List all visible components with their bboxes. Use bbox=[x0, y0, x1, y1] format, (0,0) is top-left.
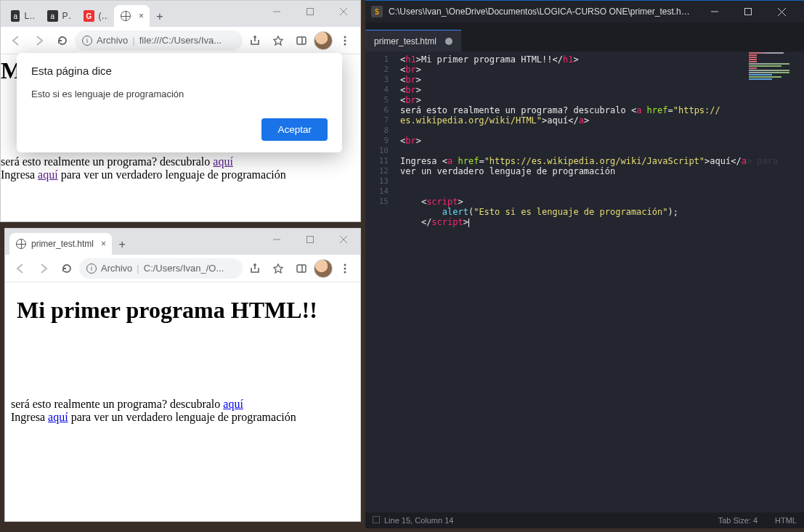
bookmark-button[interactable] bbox=[267, 258, 289, 279]
text: Ingresa bbox=[11, 411, 48, 423]
address-bar[interactable]: i Archivo | file:///C:/Users/Iva... bbox=[75, 30, 243, 51]
file-tab-bar: primer_test.html bbox=[365, 30, 804, 52]
share-button[interactable] bbox=[244, 30, 266, 52]
reload-button[interactable] bbox=[56, 258, 78, 279]
text: será esto realmente un programa? descubr… bbox=[11, 398, 223, 410]
text: Ingresa bbox=[1, 168, 38, 181]
address-bar[interactable]: i Archivo | C:/Users/Ivan_/O... bbox=[79, 258, 243, 279]
paragraph-2: Ingresa aquí para ver un verdadero lengu… bbox=[11, 411, 354, 424]
separator: | bbox=[132, 35, 134, 46]
title-text: C:\Users\Ivan_\OneDrive\Documentos\LOGIC… bbox=[389, 7, 692, 17]
status-box-icon bbox=[373, 516, 380, 523]
side-panel-button[interactable] bbox=[291, 258, 312, 279]
link-aqui-1[interactable]: aquí bbox=[223, 398, 243, 410]
share-button[interactable] bbox=[244, 258, 266, 279]
favicon-dark-icon: a bbox=[11, 10, 20, 22]
svg-rect-13 bbox=[297, 265, 306, 272]
chrome-window-2: primer_test.html × + i Archivo | C:/User… bbox=[4, 228, 361, 522]
info-icon[interactable]: i bbox=[86, 263, 97, 274]
status-tabsize[interactable]: Tab Size: 4 bbox=[718, 516, 758, 525]
tab-close-icon[interactable]: × bbox=[101, 239, 106, 249]
menu-button[interactable] bbox=[334, 258, 356, 279]
chrome-window-1: a Lóg a Pri G (1) × + i Archivo | fi bbox=[0, 0, 361, 222]
paragraph-1: será esto realmente un programa? descubr… bbox=[11, 398, 354, 411]
tab-strip: a Lóg a Pri G (1) × + bbox=[1, 1, 360, 27]
unsaved-indicator-icon bbox=[445, 38, 452, 45]
info-icon[interactable]: i bbox=[82, 36, 92, 46]
tab-label: Pri bbox=[62, 11, 72, 21]
dialog-accept-button[interactable]: Aceptar bbox=[261, 118, 328, 141]
file-tab[interactable]: primer_test.html bbox=[365, 30, 461, 52]
sublime-window: S C:\Users\Ivan_\OneDrive\Documentos\LOG… bbox=[365, 0, 804, 528]
tab-label: primer_test.html bbox=[31, 239, 94, 249]
editor-area[interactable]: 123456789101112131415 <h1>Mi primer prog… bbox=[365, 52, 804, 512]
text: para ver un verdadero lenguaje de progra… bbox=[68, 411, 296, 423]
tab-close-icon[interactable]: × bbox=[139, 11, 144, 21]
window-minimize-button[interactable] bbox=[698, 1, 731, 22]
window-maximize-button[interactable] bbox=[293, 1, 327, 22]
tab-3-active[interactable]: × bbox=[114, 5, 150, 27]
tab-label: Lóg bbox=[24, 11, 36, 21]
svg-point-8 bbox=[344, 43, 346, 45]
bookmark-button[interactable] bbox=[267, 30, 289, 52]
address-url: file:///C:/Users/Iva... bbox=[139, 35, 235, 46]
window-close-button[interactable] bbox=[765, 1, 798, 22]
file-tab-label: primer_test.html bbox=[374, 36, 436, 46]
svg-point-17 bbox=[344, 271, 346, 273]
profile-avatar[interactable] bbox=[314, 259, 333, 278]
tab-2[interactable]: G (1) bbox=[78, 5, 114, 27]
window-close-button[interactable] bbox=[327, 1, 360, 22]
address-url: C:/Users/Ivan_/O... bbox=[144, 263, 235, 274]
line-gutter: 123456789101112131415 bbox=[365, 52, 394, 512]
title-bar[interactable]: S C:\Users\Ivan_\OneDrive\Documentos\LOG… bbox=[365, 1, 804, 22]
favicon-globe-icon bbox=[15, 238, 27, 250]
paragraph-1: será esto realmente un programa? descubr… bbox=[1, 155, 360, 168]
page-heading: Mi primer programa HTML!! bbox=[17, 297, 349, 324]
dialog-title: Esta página dice bbox=[31, 65, 328, 77]
reload-button[interactable] bbox=[52, 30, 73, 52]
link-aqui-1[interactable]: aquí bbox=[213, 155, 233, 168]
forward-button[interactable] bbox=[28, 30, 50, 52]
paragraph-2: Ingresa aquí para ver un verdadero lengu… bbox=[1, 168, 360, 181]
window-minimize-button[interactable] bbox=[260, 1, 293, 22]
link-aqui-2[interactable]: aquí bbox=[48, 411, 68, 423]
window-close-button[interactable] bbox=[327, 229, 360, 250]
minimap[interactable] bbox=[746, 52, 804, 512]
new-tab-button[interactable]: + bbox=[112, 234, 132, 255]
menu-button[interactable] bbox=[334, 30, 356, 52]
text-cursor bbox=[468, 218, 469, 227]
new-tab-button[interactable]: + bbox=[150, 7, 170, 27]
svg-point-15 bbox=[344, 263, 346, 266]
svg-point-16 bbox=[344, 267, 346, 269]
favicon-dark-icon: a bbox=[47, 10, 58, 22]
sublime-icon: S bbox=[371, 6, 383, 17]
tab-label: (1) bbox=[99, 11, 108, 21]
status-language[interactable]: HTML bbox=[775, 516, 797, 525]
forward-button[interactable] bbox=[33, 258, 54, 279]
tab-0[interactable]: a Lóg bbox=[5, 5, 41, 27]
favicon-globe-icon bbox=[120, 10, 131, 22]
window-maximize-button[interactable] bbox=[731, 1, 765, 22]
window-minimize-button[interactable] bbox=[260, 229, 293, 250]
back-button[interactable] bbox=[9, 258, 31, 279]
link-aqui-2[interactable]: aquí bbox=[38, 168, 58, 181]
toolbar: i Archivo | C:/Users/Ivan_/O... bbox=[5, 255, 360, 282]
code-pane[interactable]: <h1>Mi primer programa HTML!!</h1> <br> … bbox=[394, 52, 804, 512]
tab-0-active[interactable]: primer_test.html × bbox=[9, 233, 112, 255]
svg-rect-10 bbox=[307, 237, 314, 243]
svg-rect-4 bbox=[297, 37, 306, 44]
tab-1[interactable]: a Pri bbox=[41, 5, 78, 27]
page-viewport: Mi primer programa HTML!! será esto real… bbox=[5, 282, 360, 521]
side-panel-button[interactable] bbox=[291, 30, 312, 52]
svg-point-7 bbox=[344, 39, 346, 41]
profile-avatar[interactable] bbox=[314, 31, 333, 50]
favicon-red-icon: G bbox=[84, 10, 94, 22]
back-button[interactable] bbox=[5, 30, 27, 52]
js-alert-dialog: Esta página dice Esto si es lenguaje de … bbox=[17, 53, 342, 152]
svg-point-6 bbox=[344, 36, 346, 38]
text: para ver un verdadero lenguaje de progra… bbox=[58, 168, 286, 181]
window-maximize-button[interactable] bbox=[293, 229, 327, 250]
svg-rect-19 bbox=[745, 9, 752, 15]
dialog-message: Esto si es lenguaje de programación bbox=[31, 89, 328, 99]
status-position: Line 15, Column 14 bbox=[384, 516, 453, 525]
